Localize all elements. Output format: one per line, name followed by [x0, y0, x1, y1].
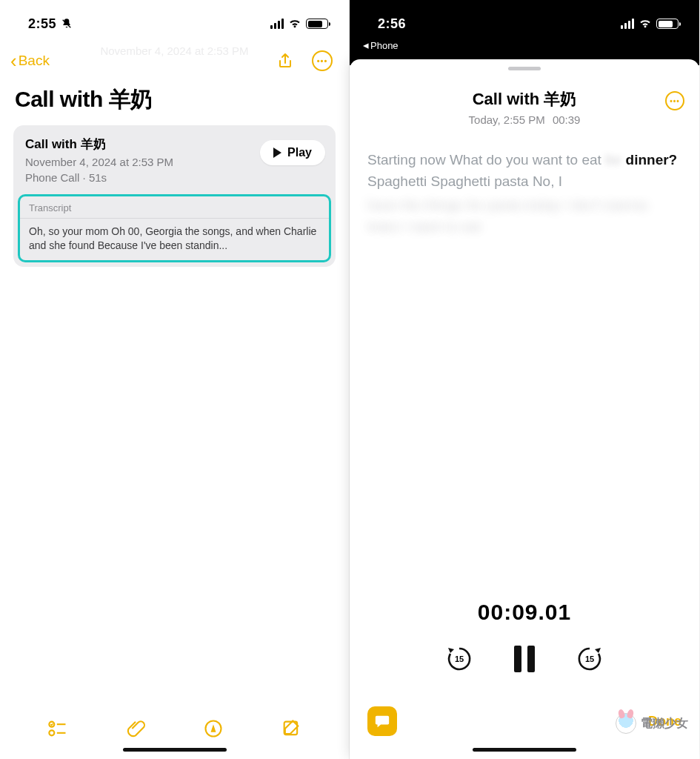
black-top: 2:56 ◂ Phone	[350, 0, 699, 65]
live-transcript[interactable]: Starting now What do you want to eat for…	[350, 136, 699, 251]
clock-text: 2:56	[378, 16, 406, 32]
seek-fwd-label: 15	[585, 654, 594, 663]
return-app-label: Phone	[370, 40, 399, 51]
transcript-preview-box[interactable]: Transcript Oh, so your mom Oh 00, Georgi…	[18, 194, 331, 262]
sheet-subtitle: Today, 2:55 PM 00:39	[364, 113, 684, 126]
playback-time: 00:09.01	[350, 600, 699, 625]
recording-card[interactable]: Call with 羊奶 November 4, 2024 at 2:53 PM…	[13, 125, 336, 267]
more-icon[interactable]: •••	[665, 91, 684, 110]
chevron-left-icon: ◂	[363, 39, 369, 52]
recording-card-header: Call with 羊奶 November 4, 2024 at 2:53 PM…	[13, 125, 336, 193]
cellular-icon	[621, 19, 634, 29]
wifi-icon	[288, 19, 301, 29]
transcript-preview-text: Oh, so your mom Oh 00, Georgia the songs…	[20, 219, 329, 260]
sheet-duration: 00:39	[553, 113, 581, 126]
insert-quote-button[interactable]	[367, 706, 397, 736]
transcript-blurred-rest: have the things for pasta today I don't …	[367, 195, 681, 237]
transcript-blur-word: for	[605, 152, 621, 168]
status-time: 2:55	[28, 16, 73, 32]
transcript-sheet: Call with 羊奶 Today, 2:55 PM 00:39 ••• St…	[350, 59, 699, 759]
svg-point-3	[50, 730, 55, 735]
seek-forward-15-button[interactable]: 15	[575, 644, 604, 674]
silent-icon	[61, 18, 73, 30]
watermark-text: 電獺少女	[641, 716, 688, 732]
cellular-icon	[270, 19, 284, 29]
markup-button[interactable]	[203, 718, 224, 739]
sheet-grabber[interactable]	[508, 67, 541, 70]
note-title: Call with 羊奶	[0, 76, 349, 125]
compose-button[interactable]	[281, 718, 301, 739]
phone-left: 2:55 ‹ Back November 4, 2024 at 2:53 PM …	[0, 0, 350, 759]
nav-bar: ‹ Back November 4, 2024 at 2:53 PM •••	[0, 37, 349, 76]
status-bar: 2:55	[0, 0, 349, 37]
transcript-post: Spaghetti Spaghetti pasta No, I	[367, 173, 562, 189]
sheet-header: Call with 羊奶 Today, 2:55 PM 00:39 •••	[350, 82, 699, 136]
transcript-label: Transcript	[20, 196, 329, 219]
note-toolbar	[0, 705, 349, 748]
home-indicator[interactable]	[123, 748, 227, 752]
watermark-avatar-icon	[616, 713, 636, 734]
note-timestamp-ghost: November 4, 2024 at 2:53 PM	[0, 44, 349, 57]
phone-right: 2:56 ◂ Phone Call with 羊奶 Today, 2:55 PM	[350, 0, 699, 759]
wifi-icon	[639, 19, 652, 29]
recording-meta: Phone Call · 51s	[25, 171, 324, 184]
status-right	[270, 19, 328, 29]
seek-back-label: 15	[455, 654, 464, 663]
status-bar: 2:56	[350, 0, 699, 37]
play-button[interactable]: Play	[260, 140, 325, 165]
play-label: Play	[287, 146, 312, 159]
sheet-title: Call with 羊奶	[364, 88, 684, 110]
pause-button[interactable]	[514, 646, 535, 672]
seek-back-15-button[interactable]: 15	[444, 644, 474, 674]
attachment-button[interactable]	[125, 718, 146, 739]
player: 00:09.01 15 15	[350, 580, 699, 681]
battery-icon	[656, 19, 679, 29]
checklist-button[interactable]	[47, 718, 68, 739]
transcript-pre: Starting now What do you want to eat	[367, 152, 605, 168]
play-icon	[273, 148, 281, 158]
return-to-app[interactable]: ◂ Phone	[350, 37, 699, 52]
battery-icon	[306, 19, 328, 29]
transcript-current-word: dinner?	[626, 152, 678, 168]
home-indicator[interactable]	[473, 748, 576, 752]
status-time: 2:56	[378, 16, 406, 32]
watermark: 電獺少女	[616, 713, 688, 734]
sheet-date: Today, 2:55 PM	[469, 113, 545, 126]
status-right	[621, 19, 679, 29]
clock-text: 2:55	[28, 16, 56, 32]
